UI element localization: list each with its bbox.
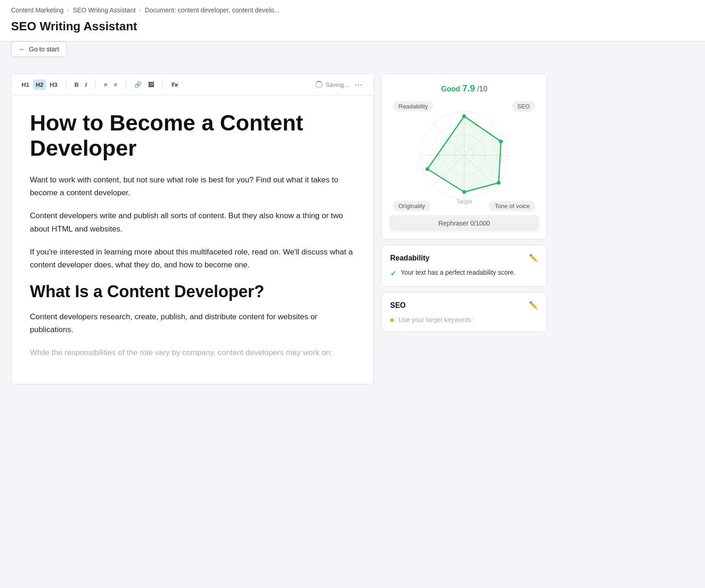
- seo-edit-icon[interactable]: ✏️: [529, 301, 538, 310]
- seo-warning-text: Use your target keywords:: [398, 316, 473, 323]
- readability-card-header: Readability ✏️: [390, 254, 538, 262]
- list-buttons-group: ≡ ≡: [101, 79, 120, 90]
- seo-card-title: SEO: [390, 301, 406, 310]
- go-to-start-label: Go to start: [29, 45, 59, 53]
- editor-panel: H1 H2 H3 B I ≡ ≡ 🔗: [11, 74, 374, 384]
- breadcrumb-link-seo-assistant[interactable]: SEO Writing Assistant: [73, 6, 136, 14]
- breadcrumb: Content Marketing › SEO Writing Assistan…: [11, 0, 694, 17]
- readability-check-item: ✓ Your text has a perfect readability sc…: [390, 269, 538, 278]
- bold-button[interactable]: B: [72, 79, 81, 90]
- paragraph-4: Content developers research, create, pub…: [30, 311, 355, 336]
- saving-indicator: Saving...: [315, 81, 349, 88]
- toolbar-sep-1: [66, 80, 66, 89]
- heading2-button[interactable]: H2: [33, 79, 46, 90]
- readability-edit-icon[interactable]: ✏️: [529, 254, 538, 262]
- toolbar-sep-3: [125, 80, 126, 89]
- menu-button[interactable]: ⋯: [351, 78, 366, 91]
- seo-warning-item: Use your target keywords:: [390, 316, 538, 323]
- unordered-list-button[interactable]: ≡: [111, 79, 120, 90]
- article-title: How to Become a Content Developer: [30, 110, 355, 161]
- page-title: SEO Writing Assistant: [11, 17, 694, 41]
- check-icon: ✓: [390, 269, 396, 278]
- label-readability[interactable]: Readability: [393, 101, 433, 112]
- radar-chart-container: Target Readability SEO Originality Tone …: [389, 101, 539, 211]
- saving-text: Saving...: [325, 81, 349, 88]
- paragraph-1: Want to work with content, but not sure …: [30, 174, 355, 199]
- toolbar-sep-2: [95, 80, 96, 89]
- rephraser-bar[interactable]: Rephraser 0/1000: [389, 215, 539, 232]
- clear-format-button[interactable]: Tx: [168, 79, 181, 90]
- paragraph-3: If you're interested in learning more ab…: [30, 246, 355, 271]
- heading-buttons-group: H1 H2 H3: [19, 79, 60, 90]
- italic-button[interactable]: I: [82, 79, 90, 90]
- right-panel: Good 7.9 /10: [381, 74, 547, 384]
- section-heading-1: What Is a Content Developer?: [30, 282, 355, 301]
- breadcrumb-sep-2: ›: [139, 7, 141, 13]
- label-originality[interactable]: Originality: [393, 201, 431, 211]
- image-button[interactable]: 🖼: [145, 79, 157, 90]
- toolbar-sep-4: [162, 80, 163, 89]
- breadcrumb-link-content-marketing[interactable]: Content Marketing: [11, 6, 63, 14]
- seo-card-header: SEO ✏️: [390, 301, 538, 310]
- seo-card: SEO ✏️ Use your target keywords:: [381, 292, 547, 332]
- paragraph-5-muted: While the responsibilities of the role v…: [30, 346, 355, 359]
- link-icon: 🔗: [134, 81, 142, 88]
- warning-dot-icon: [390, 318, 394, 322]
- radar-labels: Readability SEO Originality Tone of voic…: [389, 101, 539, 211]
- ordered-list-button[interactable]: ≡: [101, 79, 110, 90]
- top-bar: Content Marketing › SEO Writing Assistan…: [0, 0, 705, 41]
- top-actions: ← Go to start: [0, 41, 705, 64]
- score-total: /10: [477, 85, 487, 93]
- editor-body[interactable]: How to Become a Content Developer Want t…: [11, 96, 374, 384]
- paragraph-2: Content developers write and publish all…: [30, 209, 355, 235]
- arrow-left-icon: ←: [19, 45, 25, 53]
- ordered-list-icon: ≡: [104, 81, 108, 88]
- breadcrumb-current: Document: content developer, content dev…: [145, 6, 279, 14]
- heading1-button[interactable]: H1: [19, 79, 32, 90]
- score-card: Good 7.9 /10: [381, 74, 547, 239]
- heading3-button[interactable]: H3: [47, 79, 60, 90]
- readability-card: Readability ✏️ ✓ Your text has a perfect…: [381, 245, 547, 287]
- insert-group: 🔗 🖼: [131, 79, 157, 90]
- breadcrumb-sep-1: ›: [67, 7, 69, 13]
- clear-format-icon: Tx: [171, 81, 178, 88]
- readability-check-text: Your text has a perfect readability scor…: [401, 269, 515, 276]
- text-format-group: B I: [72, 79, 90, 90]
- link-button[interactable]: 🔗: [131, 79, 144, 90]
- editor-toolbar: H1 H2 H3 B I ≡ ≡ 🔗: [11, 74, 374, 96]
- score-header: Good 7.9 /10: [389, 83, 539, 94]
- go-to-start-button[interactable]: ← Go to start: [11, 41, 67, 57]
- menu-dots-icon: ⋯: [354, 80, 363, 89]
- score-good-label: Good: [441, 85, 461, 93]
- readability-card-title: Readability: [390, 254, 429, 262]
- main-content: H1 H2 H3 B I ≡ ≡ 🔗: [0, 64, 705, 394]
- label-seo[interactable]: SEO: [512, 101, 535, 112]
- score-number: 7.9: [462, 83, 475, 93]
- image-icon: 🖼: [148, 81, 154, 88]
- label-tone-of-voice[interactable]: Tone of voice: [489, 201, 535, 211]
- unordered-list-icon: ≡: [114, 81, 117, 88]
- saving-spinner-icon: [315, 81, 323, 88]
